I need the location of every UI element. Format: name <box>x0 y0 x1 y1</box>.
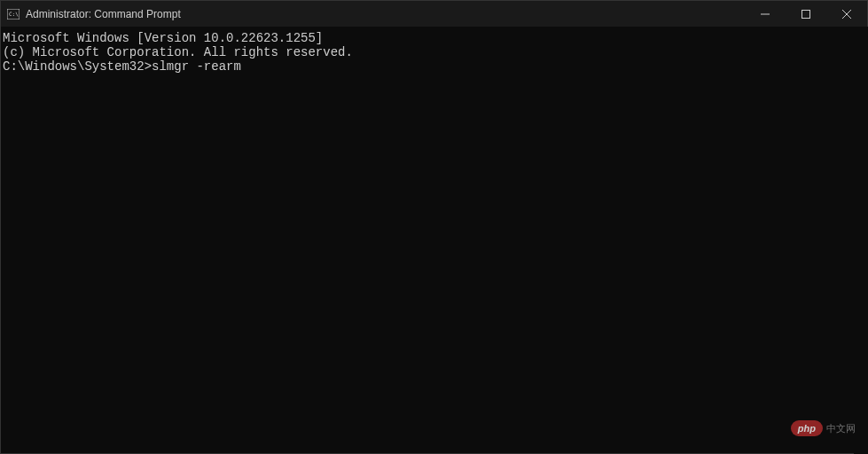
titlebar-left: C:\ Administrator: Command Prompt <box>6 7 181 21</box>
terminal-command: slmgr -rearm <box>152 59 241 74</box>
terminal-body[interactable]: Microsoft Windows [Version 10.0.22623.12… <box>1 27 867 453</box>
minimize-button[interactable] <box>745 1 786 27</box>
terminal-output-line: (c) Microsoft Corporation. All rights re… <box>3 45 865 59</box>
window-title: Administrator: Command Prompt <box>26 8 181 20</box>
titlebar[interactable]: C:\ Administrator: Command Prompt <box>1 1 867 27</box>
svg-text:C:\: C:\ <box>9 11 19 17</box>
vertical-scrollbar[interactable] <box>854 27 868 454</box>
watermark-text: 中文网 <box>826 422 856 435</box>
terminal-prompt-line: C:\Windows\System32>slmgr -rearm <box>3 59 865 74</box>
watermark: php 中文网 <box>791 420 856 436</box>
close-button[interactable] <box>826 1 867 27</box>
window-controls <box>745 1 867 27</box>
svg-rect-3 <box>802 10 810 18</box>
terminal-prompt: C:\Windows\System32> <box>3 59 152 74</box>
cmd-icon: C:\ <box>6 7 20 21</box>
command-prompt-window: C:\ Administrator: Command Prompt Micros… <box>0 0 868 454</box>
terminal-output-line: Microsoft Windows [Version 10.0.22623.12… <box>3 31 865 45</box>
watermark-badge: php <box>791 420 823 436</box>
maximize-button[interactable] <box>786 1 826 27</box>
